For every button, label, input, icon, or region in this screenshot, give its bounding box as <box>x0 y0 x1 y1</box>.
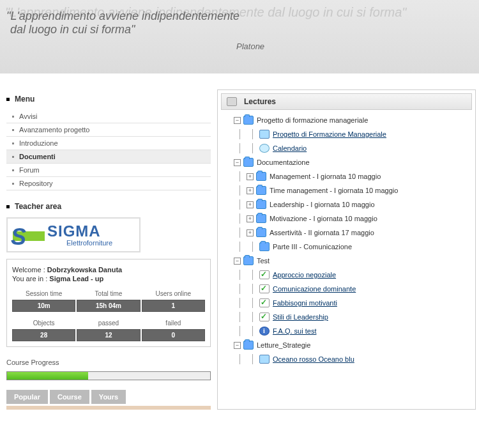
expand-icon[interactable]: + <box>247 229 254 236</box>
stat-objects: Objects28 <box>12 320 75 341</box>
tree-item-label[interactable]: F.A.Q. sui test <box>273 327 316 335</box>
tree-item-label[interactable]: Comunicazione dominante <box>273 285 356 293</box>
expand-icon[interactable]: + <box>247 187 254 194</box>
folder-icon <box>259 242 270 251</box>
tree-row: −Documentazione <box>221 155 472 169</box>
folder-icon <box>243 256 254 265</box>
folder-icon <box>256 228 266 237</box>
stat-label: failed <box>142 320 205 327</box>
tree-item-label[interactable]: Fabbisogni motivanti <box>273 299 337 307</box>
tree-row: Stili di Leadership <box>221 310 472 324</box>
lectures-title: Lectures <box>244 97 276 106</box>
stat-session-time: Session time10m <box>12 290 75 312</box>
collapse-icon[interactable]: − <box>234 117 241 124</box>
stat-label: passed <box>77 320 140 327</box>
tree-row: −Letture_Strategie <box>221 338 472 352</box>
stat-failed: failed0 <box>142 320 205 341</box>
tree-row: +Time management - I giornata 10 maggio <box>221 183 472 197</box>
teacher-area-title: Teacher area <box>6 202 211 211</box>
tree-item-label[interactable]: Progetto di Formazione Manageriale <box>273 130 386 138</box>
logo-subtitle: Elettroforniture <box>66 239 112 247</box>
tree-row: Oceano rosso Oceano blu <box>221 352 472 366</box>
quote-line1: "L'apprendimento avviene indipendentemen… <box>6 10 473 23</box>
tree-item-label: Progetto di formazione manageriale <box>257 116 368 124</box>
menu-item-avvisi[interactable]: Avvisi <box>6 110 211 123</box>
collapse-icon[interactable]: − <box>234 342 241 349</box>
menu-item-forum[interactable]: Forum <box>6 164 211 177</box>
menu-item-avanzamento-progetto[interactable]: Avanzamento progetto <box>6 123 211 137</box>
stat-value: 10m <box>12 300 75 312</box>
tree-row: +Assertività - II giornata 17 maggio <box>221 226 472 240</box>
tab-popular[interactable]: Popular <box>6 390 48 404</box>
menu-item-introduzione[interactable]: Introduzione <box>6 137 211 150</box>
lectures-panel: Lectures −Progetto di formazione manager… <box>217 89 476 410</box>
quote-line2: dal luogo in cui si forma" <box>10 23 473 36</box>
file-icon <box>259 130 270 139</box>
stats-row-2: Objects28passed12failed0 <box>12 320 205 341</box>
progress-bar <box>6 371 211 380</box>
stat-passed: passed12 <box>77 320 140 341</box>
stat-label: Total time <box>77 290 140 297</box>
stats-row-1: Session time10mTotal time15h 04mUsers on… <box>12 290 205 312</box>
tree-item-label: Assertività - II giornata 17 maggio <box>270 229 374 236</box>
tree-item-label[interactable]: Stili di Leadership <box>273 313 328 321</box>
quote-author: Platone <box>236 42 473 51</box>
tree-item-label[interactable]: Calendario <box>273 144 307 152</box>
tree-item-label: Parte III - Comunicazione <box>273 243 352 251</box>
logo-mark: S <box>11 224 26 251</box>
folder-icon <box>256 186 266 195</box>
expand-icon[interactable]: + <box>247 201 254 208</box>
check-icon <box>259 298 270 307</box>
collapse-icon[interactable]: − <box>234 159 241 166</box>
info-icon <box>259 327 270 336</box>
tree-item-label: Test <box>257 257 270 265</box>
tree-row: +Motivazione - I giornata 10 maggio <box>221 212 472 226</box>
bottom-strip <box>6 406 211 410</box>
check-icon <box>259 284 270 293</box>
tree-row: Fabbisogni motivanti <box>221 296 472 310</box>
tree-row: Progetto di Formazione Manageriale <box>221 127 472 141</box>
lectures-header: Lectures <box>221 93 472 110</box>
file-icon <box>259 355 270 364</box>
stat-value: 1 <box>142 300 205 312</box>
tree-row: −Test <box>221 254 472 268</box>
menu-item-documenti[interactable]: Documenti <box>6 150 211 164</box>
globe-icon <box>259 144 270 153</box>
stat-users-online: Users online1 <box>142 290 205 312</box>
welcome-label: Welcome : <box>12 266 47 274</box>
stat-label: Objects <box>12 320 75 327</box>
lectures-tree: −Progetto di formazione managerialeProge… <box>221 110 472 369</box>
menu-item-repository[interactable]: Repository <box>6 177 211 190</box>
logo-name: SIGMA <box>47 222 101 240</box>
location-value: Sigma Lead - up <box>49 275 103 282</box>
collapse-icon[interactable]: − <box>234 258 241 265</box>
check-icon <box>259 270 270 279</box>
tree-item-label[interactable]: Approccio negoziale <box>273 271 336 279</box>
tree-item-label: Documentazione <box>257 158 310 166</box>
tree-row: +Management - I giornata 10 maggio <box>221 169 472 183</box>
stat-label: Users online <box>142 290 205 297</box>
progress-fill <box>7 372 88 380</box>
logo: S SIGMA Elettroforniture <box>6 217 211 252</box>
tab-yours[interactable]: Yours <box>91 390 126 404</box>
tabs: PopularCourseYours <box>6 390 211 404</box>
tree-row: Comunicazione dominante <box>221 282 472 296</box>
tree-row: +Leadership - I giornata 10 maggio <box>221 197 472 212</box>
folder-icon <box>256 214 266 223</box>
tree-row: Parte III - Comunicazione <box>221 240 472 254</box>
folder-icon <box>243 158 254 167</box>
banner: "L'apprendimento avviene indipendentemen… <box>0 0 479 73</box>
tree-row: F.A.Q. sui test <box>221 324 472 338</box>
welcome-user: Dobrzykowska Danuta <box>47 266 122 274</box>
progress-label: Course Progress <box>6 359 211 366</box>
expand-icon[interactable]: + <box>247 173 254 180</box>
folder-icon <box>256 200 266 209</box>
stat-value: 28 <box>12 329 75 341</box>
stat-value: 15h 04m <box>77 300 140 312</box>
tree-item-label: Management - I giornata 10 maggio <box>270 173 381 180</box>
tab-course[interactable]: Course <box>50 390 89 404</box>
tree-item-label: Time management - I giornata 10 maggio <box>270 187 398 194</box>
expand-icon[interactable]: + <box>247 215 254 222</box>
tree-item-label[interactable]: Oceano rosso Oceano blu <box>273 355 354 363</box>
folder-icon <box>243 116 254 125</box>
